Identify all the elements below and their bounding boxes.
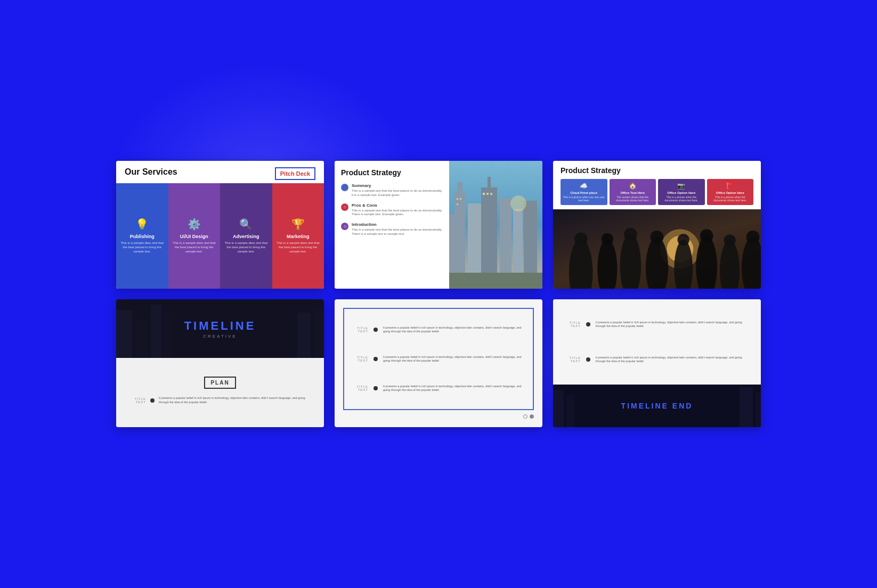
pros-icon: ○: [341, 203, 348, 211]
slide-timeline-end: TITLE TEXT It presents a popular belief …: [553, 299, 761, 427]
card-cloud-desc: This is a picture when you see your text…: [563, 195, 605, 202]
tl6-label-2: TITLE TEXT: [562, 356, 581, 363]
service-advertising-desc: This is a sample desc text that the best…: [223, 241, 269, 254]
service-uidesign: ⚙️ Ui/UI Design This is a sample desc te…: [168, 183, 221, 289]
svg-rect-43: [313, 307, 324, 358]
advertising-icon: 🔍: [239, 218, 253, 231]
service-publishing-name: Publishing: [130, 234, 155, 239]
timeline-subtitle: CREATIVE: [203, 334, 237, 339]
svg-point-30: [602, 233, 613, 245]
svg-point-33: [677, 234, 689, 246]
tl6-text-2: It presents a popular belief in rich ips…: [596, 356, 752, 363]
card-cloud-label: Cloud Point place: [563, 191, 605, 194]
ps-pros-text: This is a sample text that the best plac…: [352, 209, 443, 217]
tl-row1-label: TITLE TEXT: [125, 397, 146, 404]
summary-icon: 🎧: [341, 184, 348, 191]
nav-dot-1: [523, 414, 527, 419]
slide-timeline-creative: TIMELINE CREATIVE PLAN TITLE TEXT It pre…: [116, 299, 324, 427]
slide5-footer: [343, 414, 534, 419]
card-office1-label: Office Text Here: [612, 191, 654, 194]
slide3-people-image: [553, 209, 761, 289]
tl-row1-text: It presents a popular belief in rich ips…: [159, 396, 315, 404]
card-office2: 📷 Office Option Here This is a picture w…: [658, 179, 705, 205]
timeline-end-label: TIMELINE END: [621, 402, 693, 410]
svg-point-17: [510, 195, 526, 211]
tl5-label-3: TITLE TEXT: [351, 385, 368, 391]
ps-intro-content: Introduction This is a sample text that …: [352, 222, 443, 236]
slide5-border: TITLE TEXT It presents a popular belief …: [343, 308, 534, 410]
service-publishing-desc: This is a sample desc text that the best…: [119, 241, 165, 254]
slide1-header: Our Services Pitch Deck: [116, 161, 324, 183]
slide4-header: TIMELINE CREATIVE: [116, 299, 324, 358]
slide6-top: TITLE TEXT It presents a popular belief …: [553, 299, 761, 385]
service-publishing: 💡 Publishing This is a sample desc text …: [116, 183, 168, 289]
slide2-title: Product Strategy: [341, 168, 443, 177]
tl-dot-1: [150, 398, 155, 403]
marketing-icon: 🏆: [291, 218, 305, 231]
tl5-dot-2: [373, 357, 378, 361]
ps-pros-content: Pros & Cons This is a sample text that t…: [352, 203, 443, 217]
svg-point-29: [574, 232, 588, 246]
tl6-label-1: TITLE TEXT: [562, 321, 581, 328]
office2-icon: 📷: [660, 182, 703, 190]
svg-rect-47: [740, 387, 753, 427]
plan-label: PLAN: [204, 377, 236, 389]
ps-intro-label: Introduction: [352, 222, 443, 227]
service-uidesign-name: Ui/UI Design: [180, 234, 208, 239]
svg-rect-38: [116, 310, 132, 358]
svg-rect-12: [457, 203, 458, 205]
slide3-title: Product Strategy: [561, 166, 753, 175]
card-office2-desc: This is a picture when the documents sho…: [660, 195, 703, 202]
intro-icon: ◇: [341, 223, 348, 230]
office1-icon: 🏠: [612, 182, 654, 190]
slides-grid: Our Services Pitch Deck 💡 Publishing Thi…: [116, 161, 761, 427]
people-svg: [553, 209, 761, 289]
uidesign-icon: ⚙️: [188, 218, 201, 231]
slide2-left: Product Strategy 🎧 Summary This is a sam…: [335, 161, 449, 289]
tl5-dot-1: [373, 328, 378, 332]
tl6-text-1: It presents a popular belief in rich ips…: [596, 321, 752, 328]
ps-item-pros: ○ Pros & Cons This is a sample text that…: [341, 203, 443, 217]
svg-rect-2: [457, 182, 462, 198]
service-marketing-name: Marketing: [287, 234, 310, 239]
ps-item-summary: 🎧 Summary This is a sample text that the…: [341, 183, 443, 198]
timeline-title: TIMELINE: [184, 319, 256, 333]
svg-rect-46: [566, 395, 574, 427]
tl5-label-2: TITLE TEXT: [351, 356, 368, 362]
pitch-deck-label: Pitch Deck: [275, 167, 315, 180]
svg-rect-39: [135, 321, 148, 358]
service-uidesign-desc: This is a sample desc text that the best…: [172, 241, 217, 254]
office3-icon: 🚩: [709, 182, 752, 190]
svg-rect-5: [488, 177, 491, 190]
tl5-text-3: It presents a popular belief in rich ips…: [383, 385, 526, 392]
card-office1-desc: The system shows that the documents show…: [612, 195, 654, 202]
tl5-row-3: TITLE TEXT It presents a popular belief …: [351, 385, 526, 392]
service-marketing-desc: This is a sample desc text that the best…: [275, 241, 321, 254]
card-office3-label: Office Option Here: [709, 191, 752, 194]
ps-summary-label: Summary: [352, 183, 443, 188]
ps-summary-text: This is a sample text that the best plac…: [352, 189, 443, 198]
cloud-icon: ☁️: [563, 182, 605, 190]
nav-dot-2: [530, 414, 534, 419]
svg-point-31: [624, 228, 637, 241]
card-cloud: ☁️ Cloud Point place This is a picture w…: [561, 179, 607, 205]
svg-rect-10: [457, 198, 458, 200]
svg-point-35: [724, 234, 735, 246]
svg-rect-15: [490, 193, 492, 195]
svg-rect-13: [483, 193, 485, 195]
ps-summary-content: Summary This is a sample text that the b…: [352, 183, 443, 198]
ps-intro-text: This is a sample text that the best plac…: [352, 228, 443, 236]
slide-product-strategy-1: Product Strategy 🎧 Summary This is a sam…: [335, 161, 542, 289]
tl5-label-1: TITLE TEXT: [351, 326, 368, 333]
slide6-bottom: TIMELINE END: [553, 385, 761, 427]
ps-item-intro: ◇ Introduction This is a sample text tha…: [341, 222, 443, 236]
slide2-city-image: [449, 161, 542, 289]
svg-rect-42: [297, 313, 311, 358]
ps-pros-label: Pros & Cons: [352, 203, 443, 208]
card-office1: 🏠 Office Text Here The system shows that…: [610, 179, 656, 205]
svg-rect-41: [164, 315, 172, 358]
slide-our-services: Our Services Pitch Deck 💡 Publishing Thi…: [116, 161, 324, 289]
tl5-row-1: TITLE TEXT It presents a popular belief …: [351, 326, 526, 333]
tl5-dot-3: [373, 386, 378, 390]
slide1-title: Our Services: [125, 167, 177, 177]
